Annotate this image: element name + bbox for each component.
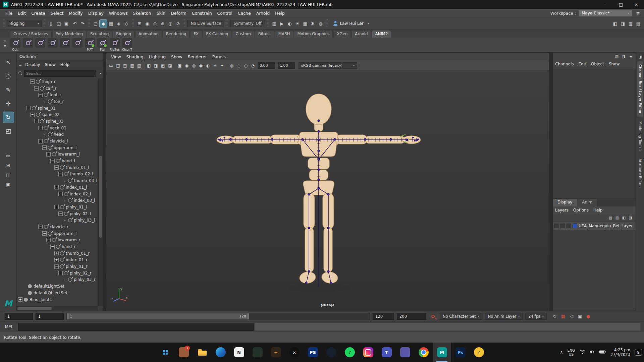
viewport-toolbar-icon[interactable]: ◔	[250, 62, 256, 69]
shelf-tab[interactable]: ANIM2	[372, 30, 391, 38]
notification-app[interactable]: 1	[174, 343, 193, 362]
undo-icon[interactable]: ↶	[71, 20, 78, 27]
expand-toggle[interactable]	[22, 291, 26, 295]
shelf-item[interactable]: MAT	[84, 38, 96, 51]
outliner-row[interactable]: − pinky_02_r	[17, 270, 98, 277]
viewport-toolbar-icon[interactable]: ▧	[136, 62, 143, 69]
select-tool[interactable]: ↖	[3, 57, 14, 68]
shelf-tab[interactable]: Rendering	[163, 30, 190, 38]
expand-toggle[interactable]: −	[46, 238, 51, 242]
toolbar-grip[interactable]	[132, 19, 134, 27]
menu-item[interactable]: Modify	[66, 10, 85, 16]
menu-item[interactable]: Windows	[106, 10, 130, 16]
expand-toggle[interactable]: −	[38, 225, 43, 229]
viewport-menu-item[interactable]: Shading	[124, 54, 146, 60]
outliner-row[interactable]: + thumb_01_r	[17, 250, 98, 257]
record-icon[interactable]: ●	[585, 313, 592, 320]
playback-loop-icon[interactable]: ↻	[551, 313, 558, 320]
scrollbar-thumb[interactable]	[17, 307, 52, 310]
shelf-tab[interactable]: Custom	[232, 30, 254, 38]
file-explorer[interactable]	[193, 343, 211, 362]
menu-set-selector[interactable]: Rigging ▾	[7, 20, 42, 27]
auto-key-button[interactable]	[429, 313, 437, 320]
viewport-toolbar-icon[interactable]	[143, 63, 145, 69]
workspace-selector[interactable]: Maya Classic* ▾	[579, 10, 632, 16]
shelf-button-icon[interactable]	[10, 38, 20, 48]
volume-icon[interactable]	[590, 350, 595, 355]
file-open-icon[interactable]: ◱	[55, 20, 62, 27]
layout-four-pane-icon[interactable]: ⊞	[4, 162, 13, 169]
expand-toggle[interactable]: −	[34, 119, 39, 123]
layer-name[interactable]: UE4_Mannequin_Ref_Layer	[579, 224, 633, 228]
office-app[interactable]	[396, 343, 414, 362]
playback-end-field[interactable]: 120	[373, 313, 394, 320]
shelf-button-icon[interactable]	[85, 38, 95, 48]
symmetry-field[interactable]: Symmetry: Off	[230, 20, 265, 27]
layer-display-type-toggle[interactable]	[567, 224, 571, 228]
ipr-render-icon[interactable]: ▶	[278, 20, 286, 27]
scrollbar-thumb[interactable]	[99, 156, 102, 238]
select-hierarchy-icon[interactable]: ▢	[92, 20, 99, 27]
range-slider[interactable]: 1 120	[66, 313, 370, 320]
sidebar-vertical-tab[interactable]: Attribute Editor	[637, 156, 643, 190]
playstation-app[interactable]: PS	[304, 343, 322, 362]
character-selector[interactable]: Law Hui Ler ▾	[330, 19, 372, 27]
viewport-toolbar-icon[interactable]: ✦	[219, 62, 225, 69]
outliner-row[interactable]: − clavicle_l	[17, 138, 98, 144]
scale-tool[interactable]: ◰	[3, 126, 14, 136]
start-button[interactable]	[156, 343, 174, 362]
layer-color-swatch[interactable]	[573, 224, 577, 228]
expand-toggle[interactable]: −	[42, 231, 47, 236]
viewport-toolbar-icon[interactable]: ◪	[167, 62, 173, 69]
toolbar-grip[interactable]	[44, 19, 45, 27]
anim-layer-selector[interactable]: No Anim Layer▾	[485, 313, 523, 320]
expand-toggle[interactable]: ↳	[62, 218, 67, 223]
layer-toolbar-icon-3[interactable]: ◧	[621, 215, 627, 221]
notion-app[interactable]: N	[230, 343, 248, 362]
menu-item[interactable]: Skin	[154, 10, 168, 16]
shelf-item[interactable]	[47, 38, 58, 51]
controllers-icon[interactable]: ▣	[577, 313, 583, 320]
expand-toggle[interactable]: ↳	[62, 198, 67, 203]
toolbar-grip[interactable]	[326, 19, 328, 27]
outliner-row[interactable]: − pinky_02_l	[17, 210, 98, 217]
language-indicator[interactable]: ENG US	[567, 348, 575, 356]
horizontal-scrollbar[interactable]	[17, 306, 98, 311]
viewport-toolbar-icon[interactable]	[226, 63, 228, 69]
shelf-item[interactable]	[22, 38, 34, 51]
xbox-app[interactable]: ×	[285, 343, 304, 362]
render-settings-icon[interactable]: ▦	[302, 20, 309, 27]
modeling-toolkit-toggle-icon[interactable]: ◧	[611, 20, 619, 27]
dev-app[interactable]	[248, 343, 267, 362]
layer-editor-menu-item[interactable]: Options	[571, 207, 591, 213]
layer-editor-menu-item[interactable]: Layers	[553, 207, 571, 213]
snap-point-icon[interactable]: ⊙	[151, 20, 159, 27]
sidebar-vertical-tab[interactable]: Channel Box / Layer Editor	[637, 61, 643, 117]
rotate-tool[interactable]: ↻	[3, 112, 14, 123]
layout-single-pane-icon[interactable]: ▭	[4, 152, 13, 159]
expand-toggle[interactable]: −	[46, 152, 51, 157]
expand-toggle[interactable]: −	[58, 192, 63, 196]
viewport-toolbar-icon[interactable]: ☀	[212, 62, 218, 69]
shelf-tab[interactable]: Bifrost	[255, 30, 274, 38]
expand-toggle[interactable]: −	[38, 93, 43, 97]
spotify-app[interactable]: ♪	[340, 343, 359, 362]
wifi-icon[interactable]	[579, 350, 585, 355]
expand-toggle[interactable]: −	[50, 159, 55, 163]
command-input[interactable]	[18, 323, 254, 331]
gear-icon[interactable]: ✱	[4, 44, 6, 48]
make-live-icon[interactable]: ⊘	[174, 20, 182, 27]
snap-view-plane-icon[interactable]: ◎	[167, 20, 174, 27]
layer-editor-tab[interactable]: Anim	[577, 199, 597, 206]
expand-toggle[interactable]: −	[54, 205, 59, 209]
menu-item[interactable]: Edit	[15, 10, 29, 16]
outliner-row[interactable]: defaultObjectSet	[17, 290, 98, 296]
edge-browser[interactable]	[211, 343, 230, 362]
layout-two-pane-icon[interactable]: ◫	[4, 171, 13, 179]
shelf-button-icon[interactable]	[122, 38, 132, 48]
menu-item[interactable]: Control	[215, 10, 235, 16]
menu-item[interactable]: Skeleton	[130, 10, 154, 16]
expand-toggle[interactable]: ↳	[62, 278, 67, 282]
outliner-menu-item[interactable]: Show	[42, 62, 58, 68]
expand-toggle[interactable]: ↳	[62, 179, 67, 183]
